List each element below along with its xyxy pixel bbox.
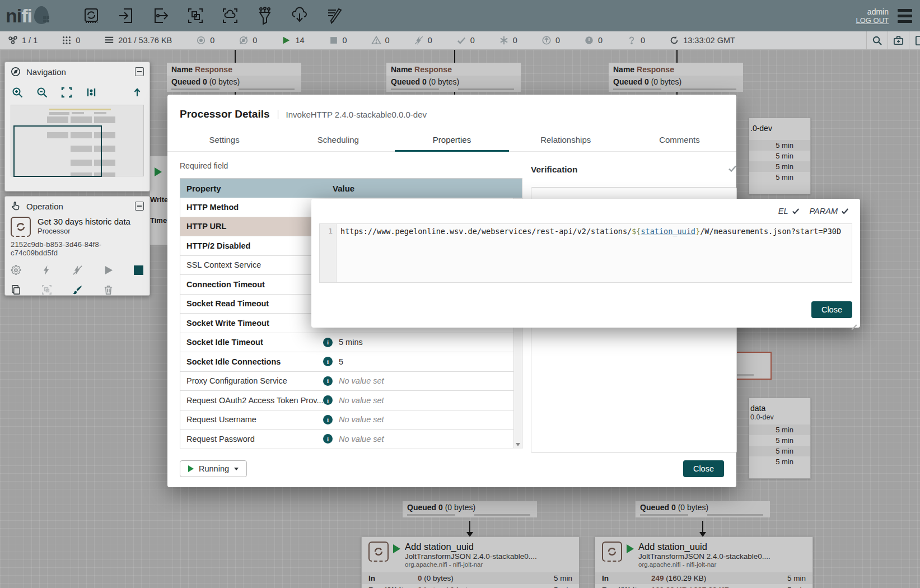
tab-scheduling[interactable]: Scheduling <box>281 129 395 151</box>
property-value[interactable]: No value set <box>339 376 384 385</box>
stat-value: 0 bytes / 0 bytes <box>418 586 476 588</box>
info-icon[interactable]: i <box>323 395 333 405</box>
start-play-icon[interactable] <box>103 265 114 276</box>
collapse-operation-button[interactable] <box>135 202 144 211</box>
connection-label[interactable]: Name ResponseQueued 0 (0 bytes) <box>167 63 301 92</box>
sync-failure-icon <box>627 35 637 45</box>
input-port-icon[interactable] <box>117 7 135 25</box>
collapse-navigation-button[interactable] <box>135 67 144 76</box>
jump-to-parent-icon[interactable] <box>132 87 143 98</box>
search-button[interactable] <box>866 31 888 49</box>
download-flow-icon[interactable] <box>291 7 309 25</box>
disable-bolt-slash-icon[interactable] <box>72 265 83 276</box>
stat-window: 5 min <box>749 424 810 435</box>
property-row[interactable]: Socket Idle Connectionsi5 <box>180 352 522 372</box>
minimap-viewport[interactable] <box>13 125 102 177</box>
tab-comments[interactable]: Comments <box>623 129 736 151</box>
property-value[interactable]: No value set <box>339 396 384 405</box>
info-icon[interactable]: i <box>323 415 333 424</box>
status-refresh[interactable]: 13:33:02 GMT <box>669 35 735 45</box>
partial-processor[interactable]: Write Time <box>150 156 167 245</box>
connection-line[interactable] <box>676 50 678 63</box>
status-queued: 201 / 53.76 KB <box>104 35 172 45</box>
process-group-icon[interactable] <box>186 7 204 25</box>
property-row[interactable]: Request UsernameiNo value set <box>180 410 522 430</box>
processor-add-station-uuid[interactable]: Add station_uuidJoltTransformJSON 2.4.0-… <box>361 536 580 588</box>
dialog-close-button[interactable]: Close <box>683 460 724 477</box>
info-icon[interactable]: i <box>323 338 333 347</box>
funnel-icon[interactable] <box>256 7 274 25</box>
processor-add-station-uuid[interactable]: Add station_uuidJoltTransformJSON 2.4.0-… <box>595 536 813 588</box>
tab-relationships[interactable]: Relationships <box>509 129 623 151</box>
property-row[interactable]: Request OAuth2 Access Token Prov...iNo v… <box>180 391 522 410</box>
stop-square-icon[interactable] <box>134 265 143 275</box>
label-icon[interactable] <box>325 7 343 25</box>
configure-gear-icon[interactable] <box>11 265 21 276</box>
editor-close-button[interactable]: Close <box>811 301 852 318</box>
property-row[interactable]: Socket Idle Timeouti5 mins <box>180 333 522 353</box>
zoom-actual-icon[interactable] <box>86 87 97 98</box>
partial-processor[interactable]: .0-dev 5 min5 min5 min5 min <box>749 118 811 194</box>
property-row[interactable]: Proxy Configuration ServiceiNo value set <box>180 372 522 391</box>
connection-label[interactable]: Queued 0 (0 bytes) <box>403 501 537 517</box>
nifi-logo: nifi <box>6 5 50 27</box>
refresh-icon[interactable] <box>669 35 679 45</box>
flow-settings-icon[interactable] <box>909 31 920 49</box>
copy-icon[interactable] <box>11 284 21 295</box>
run-status-dropdown[interactable]: Running <box>180 460 247 477</box>
info-icon[interactable]: i <box>323 376 333 386</box>
zoom-fit-icon[interactable] <box>61 87 72 98</box>
stat-value: 160.29 KB / 237.82 KB <box>651 586 730 588</box>
cluster-summary-icon[interactable] <box>888 31 909 49</box>
processor-bundle: org.apache.nifi - nifi-jolt-nar <box>405 561 537 568</box>
property-row[interactable]: Request PasswordiNo value set <box>180 430 522 449</box>
zoom-out-icon[interactable] <box>36 87 48 98</box>
connection-line[interactable] <box>454 50 455 63</box>
info-icon[interactable]: i <box>323 357 333 366</box>
enable-bolt-icon[interactable] <box>41 265 52 276</box>
remote-process-group-icon[interactable] <box>221 7 239 25</box>
resize-handle[interactable] <box>849 318 857 325</box>
scroll-down-arrow[interactable] <box>516 443 520 446</box>
zoom-in-icon[interactable] <box>12 87 23 98</box>
connection-label[interactable]: Name ResponseQueued 0 (0 bytes) <box>609 63 743 92</box>
tab-properties[interactable]: Properties <box>395 129 508 151</box>
property-value[interactable]: 5 <box>339 357 343 366</box>
birdseye-minimap[interactable] <box>11 105 144 176</box>
stat-window: 5 min <box>749 172 810 183</box>
queued-count: 0 <box>645 77 649 86</box>
group-selection-icon[interactable] <box>41 284 52 295</box>
status-invalid-count: 0 <box>385 36 390 45</box>
stat-count: 249 <box>651 574 664 582</box>
processor-stats: In0 (0 bytes)5 minRead/Write0 bytes / 0 … <box>362 572 579 588</box>
connection-queued-row: Queued 0 (0 bytes) <box>403 501 537 513</box>
partial-processor[interactable]: data 0.0-dev 5 min5 min5 min5 min <box>749 398 811 479</box>
tab-settings[interactable]: Settings <box>167 129 281 151</box>
property-value[interactable]: No value set <box>339 415 384 424</box>
connection-line[interactable] <box>702 521 703 533</box>
property-value[interactable]: No value set <box>339 435 384 444</box>
connection-line[interactable] <box>235 50 236 63</box>
connection-queued-row: Queued 0 (0 bytes) <box>386 76 521 87</box>
processor-type: JoltTransformJSON 2.4.0-stackable0.... <box>405 552 537 561</box>
property-value[interactable]: 5 mins <box>339 338 363 347</box>
status-cluster: 1 / 1 <box>8 35 38 45</box>
processor-icon[interactable] <box>82 7 100 25</box>
output-port-icon[interactable] <box>152 7 170 25</box>
connection-label[interactable]: Name ResponseQueued 0 (0 bytes) <box>386 63 521 92</box>
value-code-editor[interactable]: 1 https://www.pegelonline.wsv.de/webserv… <box>319 223 852 283</box>
status-not-transmitting: 0 <box>239 35 257 45</box>
value-code-line[interactable]: https://www.pegelonline.wsv.de/webservic… <box>337 224 841 282</box>
delete-trash-icon[interactable] <box>103 284 114 295</box>
global-menu-icon[interactable] <box>898 9 912 23</box>
threads-icon <box>62 35 72 45</box>
logout-link[interactable]: LOG OUT <box>856 16 889 25</box>
connection-label[interactable]: Queued 0 (0 bytes) <box>636 501 770 517</box>
connection-line[interactable] <box>469 521 470 533</box>
stopped-icon <box>329 35 339 45</box>
component-toolbar <box>82 7 343 25</box>
color-brush-icon[interactable] <box>72 284 83 295</box>
info-icon[interactable]: i <box>323 434 333 444</box>
processor-type-fragment: 0.0-dev <box>749 413 810 424</box>
check-icon <box>792 207 800 215</box>
